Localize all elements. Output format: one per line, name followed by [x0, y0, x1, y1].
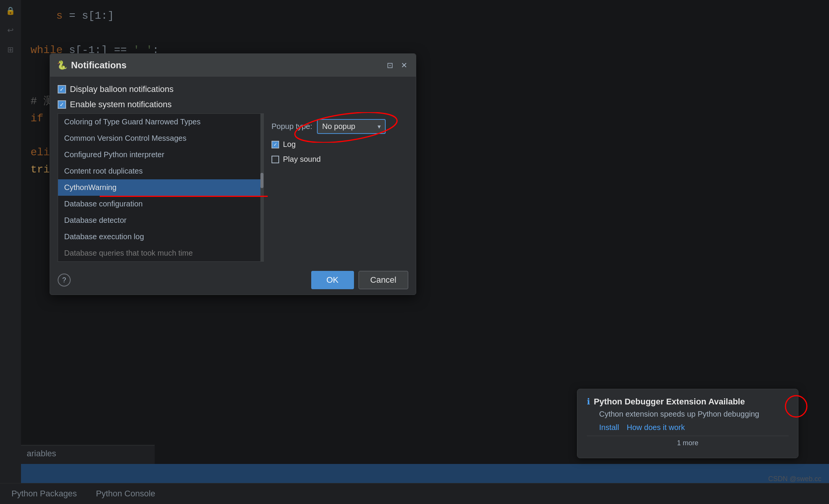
play-sound-row: Play sound: [271, 155, 401, 164]
dialog-footer: ? OK Cancel: [50, 266, 416, 295]
balloon-notifications-label: Display balloon notifications: [70, 84, 174, 94]
system-notifications-row: Enable system notifications: [58, 100, 408, 109]
help-button[interactable]: ?: [58, 274, 71, 287]
play-sound-label: Play sound: [283, 155, 321, 164]
popup-type-row: Popup type: No popup ▼: [271, 119, 401, 134]
dialog-content: Coloring of Type Guard Narrowed Types Co…: [58, 113, 408, 262]
how-link[interactable]: How does it work: [627, 423, 685, 432]
list-scrollbar[interactable]: [260, 114, 263, 261]
cancel-button[interactable]: Cancel: [359, 271, 408, 289]
popup-type-label: Popup type:: [271, 122, 312, 131]
dialog-body: Display balloon notifications Enable sys…: [50, 77, 416, 113]
footer-buttons: OK Cancel: [311, 271, 408, 289]
list-scrollbar-thumb: [260, 173, 263, 188]
system-notifications-label: Enable system notifications: [70, 100, 172, 109]
toast-more[interactable]: 1 more: [587, 436, 789, 450]
list-item-configured-python[interactable]: Configured Python interpreter: [58, 147, 263, 163]
toast-title: Python Debugger Extension Available: [594, 397, 745, 407]
dialog-title-left: 🐍 Notifications: [57, 60, 126, 71]
toast-links: Install How does it work: [587, 423, 789, 432]
popup-type-select[interactable]: No popup ▼: [317, 119, 386, 134]
list-item-cython-warning[interactable]: CythonWarning: [58, 179, 263, 196]
balloon-notifications-row: Display balloon notifications: [58, 84, 408, 94]
dialog-titlebar: 🐍 Notifications ⊡ ✕: [50, 54, 416, 77]
right-panel: Popup type: No popup ▼ Log: [264, 113, 408, 262]
pip-icon[interactable]: ⊡: [385, 59, 395, 71]
toast-body: Cython extension speeds up Python debugg…: [587, 410, 789, 419]
list-item-database-config[interactable]: Database configuration: [58, 196, 263, 212]
log-checkbox[interactable]: [271, 141, 279, 148]
close-icon[interactable]: ✕: [399, 59, 409, 71]
list-item-common-version[interactable]: Common Version Control Messages: [58, 130, 263, 147]
dialog-title-right: ⊡ ✕: [385, 59, 409, 71]
list-item-content-root[interactable]: Content root duplicates: [58, 163, 263, 179]
ok-button[interactable]: OK: [311, 271, 354, 289]
notifications-dialog: 🐍 Notifications ⊡ ✕ Display balloon noti…: [50, 53, 416, 295]
notification-toast: ℹ Python Debugger Extension Available Cy…: [577, 389, 798, 458]
balloon-notifications-checkbox[interactable]: [58, 85, 66, 93]
log-label: Log: [283, 140, 296, 149]
popup-select-value[interactable]: No popup: [317, 119, 386, 134]
toast-info-icon: ℹ: [587, 397, 590, 407]
list-item-database-exec[interactable]: Database execution log: [58, 229, 263, 245]
play-sound-checkbox[interactable]: [271, 156, 279, 163]
list-item-database-detector[interactable]: Database detector: [58, 212, 263, 229]
log-row: Log: [271, 140, 401, 149]
notification-list[interactable]: Coloring of Type Guard Narrowed Types Co…: [58, 113, 264, 262]
pycharm-icon: 🐍: [57, 60, 67, 70]
install-link[interactable]: Install: [599, 423, 619, 432]
list-item-coloring[interactable]: Coloring of Type Guard Narrowed Types: [58, 114, 263, 130]
popup-type-container: Popup type: No popup ▼: [271, 119, 401, 134]
dialog-title-text: Notifications: [71, 60, 126, 71]
toast-header: ℹ Python Debugger Extension Available: [587, 397, 789, 407]
list-item-database-queries[interactable]: Database queries that took much time: [58, 245, 263, 261]
system-notifications-checkbox[interactable]: [58, 100, 66, 109]
